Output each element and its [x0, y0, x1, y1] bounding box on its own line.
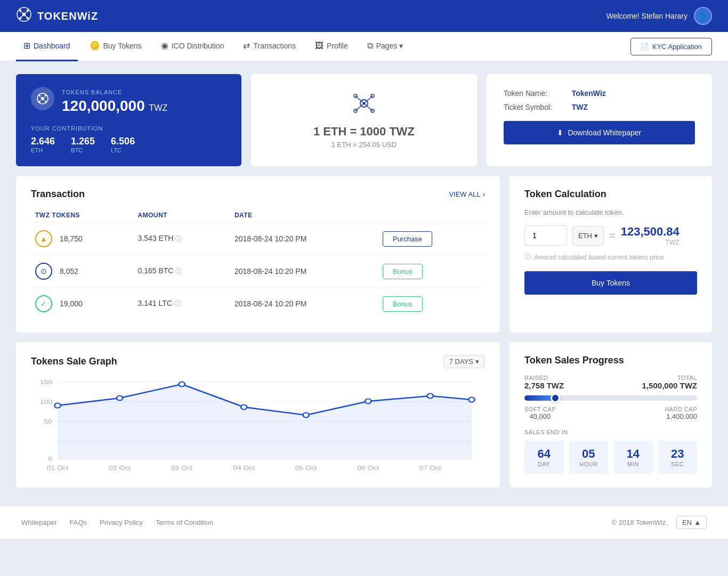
svg-line-9 [24, 14, 28, 18]
chevron-down-icon: ▾ [475, 358, 479, 366]
tx-badge-3: ✓ [35, 295, 52, 312]
token-amount-input[interactable] [524, 225, 567, 246]
eth-rate-text: 1 ETH = 1000 TWZ [313, 125, 415, 139]
nav-item-dashboard[interactable]: ⊞ Dashboard [16, 32, 78, 61]
transactions-icon: ⇄ [243, 40, 250, 51]
header: TOKENWiZ Welcome! Stefan Harary 👤 [0, 0, 728, 32]
tx-amount-1: 3.543 ETH ⓘ [137, 234, 182, 242]
raised-value: 2,758 TWZ [524, 381, 564, 390]
svg-text:50: 50 [44, 418, 52, 425]
calc-header: Token Calculation [524, 189, 697, 200]
ltc-contribution: 6.506 LTC [111, 136, 135, 153]
bottom-row: Tokens Sale Graph 7 DAYS ▾ 150 100 50 0 [16, 342, 712, 488]
token-name-label: Token Name: [504, 89, 568, 98]
calc-subtitle: Enter amount to calculate token. [524, 208, 697, 216]
info-icon-2: ⓘ [175, 267, 182, 275]
transaction-table: TWZ TOKENS AMOUNT DATE ▲ 18,750 [31, 208, 485, 320]
svg-text:02 Oct: 02 Oct [109, 465, 131, 471]
sales-end-label: SALES END IN [524, 429, 697, 435]
col-twz-tokens: TWZ TOKENS [31, 208, 133, 223]
pages-icon: ⧉ [367, 41, 373, 51]
sales-title: Token Sales Progress [524, 355, 624, 366]
table-row: ⊙ 8,052 0.165 BTC ⓘ 2018-08-24 10:20 PM [31, 255, 485, 288]
header-right: Welcome! Stefan Harary 👤 [606, 7, 712, 25]
calc-result: 123,500.84 TWZ [621, 225, 680, 246]
logo-icon [16, 6, 32, 26]
table-row: ✓ 19,000 3.141 LTC ⓘ 2018-08-24 10:20 PM [31, 288, 485, 320]
footer-privacy[interactable]: Privacy Policy [100, 518, 143, 526]
chevron-up-icon: ▲ [694, 518, 701, 526]
eth-contribution: 2.646 ETH [31, 136, 55, 153]
footer-whitepaper[interactable]: Whitepaper [21, 518, 56, 526]
svg-line-6 [20, 11, 24, 14]
tx-badge-2: ⊙ [35, 263, 52, 280]
nav-item-transactions[interactable]: ⇄ Transactions [236, 32, 303, 61]
kyc-icon: 📄 [641, 43, 649, 51]
token-info-card: Token Name: TokenWiz Ticket Symbol: TWZ … [487, 74, 712, 166]
total-label: TOTAL [642, 375, 697, 381]
graph-card: Tokens Sale Graph 7 DAYS ▾ 150 100 50 0 [16, 342, 500, 488]
svg-point-44 [365, 399, 371, 404]
sales-header: Token Sales Progress [524, 355, 697, 366]
currency-select[interactable]: ETH ▾ [572, 226, 604, 246]
period-select[interactable]: 7 DAYS ▾ [443, 355, 485, 368]
purchase-button[interactable]: Purchase [383, 231, 432, 247]
equals-sign: = [609, 230, 616, 242]
svg-point-40 [117, 396, 123, 401]
soft-cap: SOFT CAP 40,000 [524, 406, 556, 420]
svg-line-18 [39, 99, 43, 102]
svg-line-16 [39, 95, 43, 99]
svg-text:03 Oct: 03 Oct [171, 465, 193, 471]
progress-caps: SOFT CAP 40,000 HARD CAP 1,400,000 [524, 406, 697, 420]
tx-date-1: 2018-08-24 10:20 PM [230, 223, 378, 255]
contribution-label: YOUR CONTRIBUTION [31, 125, 227, 132]
svg-line-8 [20, 14, 24, 18]
tx-amount-2: 0.165 BTC ⓘ [137, 266, 182, 275]
nav-item-buy-tokens[interactable]: 🪙 Buy Tokens [82, 32, 149, 61]
progress-thumb [551, 393, 560, 403]
svg-line-17 [43, 95, 46, 99]
eth-rate-card: 1 ETH = 1000 TWZ 1 ETH = 254.05 USD [251, 74, 476, 166]
download-whitepaper-button[interactable]: ⬇ Download Whitepaper [504, 121, 695, 144]
svg-point-45 [427, 394, 433, 399]
footer: Whitepaper FAQs Privacy Policy Terms of … [0, 506, 728, 539]
token-calc-card: Token Calculation Enter amount to calcul… [509, 176, 712, 332]
buy-tokens-button[interactable]: Buy Tokens [524, 271, 697, 295]
btc-contribution: 1.265 BTC [71, 136, 95, 153]
nav-item-profile[interactable]: 🖼 Profile [308, 32, 355, 61]
svg-text:04 Oct: 04 Oct [233, 465, 255, 471]
tx-date-2: 2018-08-24 10:20 PM [230, 255, 378, 288]
language-select[interactable]: EN ▲ [676, 516, 707, 529]
countdown-hour: 05 HOUR [569, 441, 609, 474]
calc-input-row: ETH ▾ = 123,500.84 TWZ [524, 225, 697, 246]
avatar[interactable]: 👤 [694, 7, 712, 25]
view-all-link[interactable]: VIEW ALL › [449, 190, 485, 198]
svg-line-7 [24, 11, 28, 14]
balance-icon [31, 87, 54, 110]
footer-links: Whitepaper FAQs Privacy Policy Terms of … [21, 518, 213, 526]
logo-area: TOKENWiZ [16, 6, 98, 26]
main-content: TOKENS BALANCE 120,000,000 TWZ YOUR CONT… [0, 61, 728, 500]
bonus-button-1[interactable]: Bonus [383, 264, 423, 279]
tx-amount-3: 3.141 LTC ⓘ [137, 299, 180, 307]
nav: ⊞ Dashboard 🪙 Buy Tokens ◉ ICO Distribut… [0, 32, 728, 61]
footer-faqs[interactable]: FAQs [69, 518, 87, 526]
col-date: DATE [230, 208, 378, 223]
transaction-header: Transaction VIEW ALL › [31, 189, 485, 200]
token-sales-card: Token Sales Progress RAISED 2,758 TWZ TO… [509, 342, 712, 488]
svg-text:150: 150 [40, 379, 52, 385]
mid-row: Transaction VIEW ALL › TWZ TOKENS AMOUNT… [16, 176, 712, 332]
nav-item-ico[interactable]: ◉ ICO Distribution [153, 32, 232, 61]
token-symbol-value: TWZ [572, 103, 588, 111]
dashboard-icon: ⊞ [23, 40, 30, 51]
footer-terms[interactable]: Terms of Condition [156, 518, 213, 526]
progress-bar [524, 395, 697, 401]
hard-cap: HARD CAP 1,400,000 [665, 406, 697, 420]
kyc-button[interactable]: 📄 KYC Application [630, 38, 712, 55]
buy-tokens-icon: 🪙 [90, 40, 100, 51]
svg-point-42 [241, 405, 247, 410]
transaction-title: Transaction [31, 189, 85, 200]
balance-card: TOKENS BALANCE 120,000,000 TWZ YOUR CONT… [16, 74, 241, 166]
nav-item-pages[interactable]: ⧉ Pages ▾ [360, 32, 411, 61]
bonus-button-2[interactable]: Bonus [383, 296, 423, 312]
